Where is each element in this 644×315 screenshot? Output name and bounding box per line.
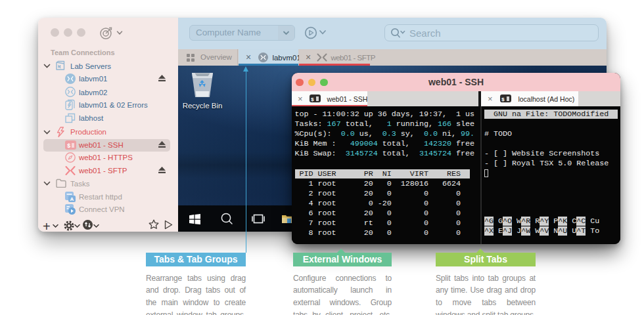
svg-text:$: $ — [67, 142, 71, 149]
svg-text:A: A — [70, 196, 74, 202]
